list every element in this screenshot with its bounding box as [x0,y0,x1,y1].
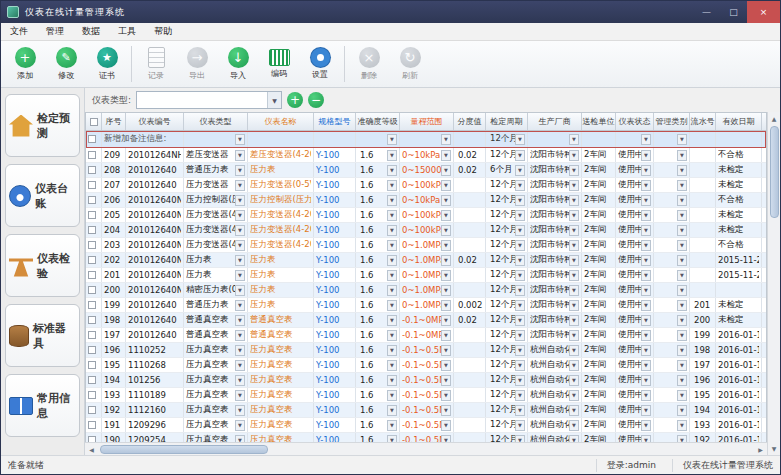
cell-range[interactable]: -0.1~0.5MPa▼ [400,403,454,417]
chevron-down-icon[interactable]: ▼ [515,435,525,443]
cell-name[interactable]: 压力变送器(4-20mA) [248,238,314,252]
chevron-down-icon[interactable]: ▼ [387,240,397,251]
cell-code[interactable]: 1110252 [126,343,184,357]
chevron-down-icon[interactable]: ▼ [441,134,451,145]
chevron-down-icon[interactable]: ▼ [235,390,245,401]
chevron-down-icon[interactable]: ▼ [441,270,451,281]
cell-seq[interactable]: 201 [102,268,126,282]
chevron-down-icon[interactable]: ▼ [677,225,687,236]
chevron-down-icon[interactable]: ▼ [387,375,397,386]
cell-category[interactable]: ▼ [654,358,690,372]
cell-accuracy[interactable]: 1.6▼ [356,343,400,357]
cell-manufacturer[interactable]: 沈阳市特种仪表厂▼ [528,148,582,162]
chevron-down-icon[interactable]: ▼ [235,195,245,206]
chevron-down-icon[interactable]: ▼ [387,285,397,296]
chevron-down-icon[interactable]: ▼ [235,375,245,386]
cell-type[interactable]: 压力控制器(压力开关)▼ [184,193,248,207]
cell-seq[interactable]: 197 [102,328,126,342]
cell-valid[interactable] [716,283,762,297]
cell-code[interactable]: 201012640NHhfhy [126,238,184,252]
table-row[interactable]: 1921112160压力真空表▼压力真空表Y-1001.6▼-0.1~0.5MP… [86,403,766,418]
menu-file[interactable]: 文件 [1,23,37,40]
cell-check[interactable] [86,283,102,297]
table-row[interactable]: 204201012640NHhfhy压力变送器(4-20mA)▼压力变送器(4-… [86,223,766,238]
chevron-down-icon[interactable]: ▼ [677,345,687,356]
cell-seq[interactable]: 204 [102,223,126,237]
chevron-down-icon[interactable]: ▼ [515,330,525,341]
column-header-seq[interactable]: 序号 [102,113,126,130]
cell-check[interactable] [86,343,102,357]
chevron-down-icon[interactable]: ▼ [641,225,651,236]
row-checkbox[interactable] [88,331,96,339]
cell-code[interactable]: 201012640NHhfhy [126,253,184,267]
horizontal-scrollbar[interactable]: ◀ ▶ [85,442,767,455]
chevron-down-icon[interactable]: ▼ [441,345,451,356]
cell-serial[interactable] [690,208,716,222]
cell-type[interactable]: 压力表▼ [184,253,248,267]
cell-model[interactable]: Y-100 [314,268,356,282]
cell-range[interactable]: 0~15000Pa▼ [400,163,454,177]
cell-check[interactable] [86,388,102,402]
chevron-down-icon[interactable]: ▼ [441,420,451,431]
cell-type[interactable]: 普通真空表▼ [184,313,248,327]
cell-range[interactable]: 0~10kPa▼ [400,148,454,162]
cell-type[interactable]: 差压变送器▼ [184,148,248,162]
cell-serial[interactable] [690,178,716,192]
chevron-down-icon[interactable]: ▼ [515,420,525,431]
cell-unit[interactable]: 2车间 [582,418,616,432]
cell-seq[interactable]: 193 [102,388,126,402]
chevron-down-icon[interactable]: ▼ [641,420,651,431]
cell-unit[interactable]: 2车间 [582,178,616,192]
chevron-down-icon[interactable]: ▼ [569,315,579,326]
scroll-left-icon[interactable]: ◀ [85,443,98,456]
cell-valid[interactable] [716,131,762,147]
chevron-down-icon[interactable]: ▼ [677,300,687,311]
cell-manufacturer[interactable]: 沈阳市特种仪表厂▼ [528,208,582,222]
column-header-name[interactable]: 仪表名称 [248,113,314,130]
chevron-down-icon[interactable]: ▼ [387,225,397,236]
cell-type[interactable]: 压力真空表▼ [184,358,248,372]
row-checkbox[interactable] [88,226,96,234]
add-button[interactable]: + 添加 [5,43,45,86]
cell-check[interactable] [86,148,102,162]
column-header-division[interactable]: 分度值 [454,113,486,130]
filter-remove-button[interactable]: − [308,92,324,108]
chevron-down-icon[interactable]: ▼ [235,210,245,221]
edit-button[interactable]: ✎ 修改 [46,43,86,86]
cell-serial[interactable]: 196 [690,373,716,387]
cell-division[interactable] [454,208,486,222]
chevron-down-icon[interactable]: ▼ [441,405,451,416]
chevron-down-icon[interactable]: ▼ [235,240,245,251]
cell-category[interactable]: ▼ [654,131,690,147]
cell-accuracy[interactable]: 1.6▼ [356,388,400,402]
cell-division[interactable] [454,358,486,372]
cell-valid[interactable]: 未检定 [716,298,762,312]
cell-valid[interactable]: 不合格 [716,238,762,252]
table-row[interactable]: 198201012640普通真空表▼普通真空表Y-1001.6▼-0.1~0MP… [86,313,766,328]
cell-range[interactable]: -0.1~0.5MPa▼ [400,358,454,372]
cell-check[interactable] [86,373,102,387]
cell-code[interactable]: 101256 [126,373,184,387]
cell-name[interactable]: 普通真空表 [248,313,314,327]
cell-division[interactable]: 0.02 [454,148,486,162]
cell-type[interactable]: 普通压力表▼ [184,163,248,177]
cell-status[interactable]: 使用中▼ [616,433,654,442]
chevron-down-icon[interactable]: ▼ [677,270,687,281]
cell-status[interactable]: 使用中▼ [616,208,654,222]
table-row[interactable]: 1901209254压力真空表▼压力真空表Y-1001.6▼-0.1~0.5MP… [86,433,766,442]
cell-model[interactable]: Y-100 [314,238,356,252]
cell-division[interactable] [454,343,486,357]
cell-category[interactable]: ▼ [654,313,690,327]
cell-manufacturer[interactable]: 沈阳市特种仪表厂▼ [528,223,582,237]
scroll-right-icon[interactable]: ▶ [754,443,767,456]
cell-unit[interactable]: 2车间 [582,193,616,207]
cell-serial[interactable] [690,283,716,297]
cell-check[interactable] [86,193,102,207]
chevron-down-icon[interactable]: ▼ [235,345,245,356]
chevron-down-icon[interactable]: ▼ [515,315,525,326]
sidebar-item-instrument-ledger[interactable]: 仪表台账 [5,164,80,227]
cell-seq[interactable]: 199 [102,298,126,312]
chevron-down-icon[interactable]: ▼ [641,405,651,416]
cell-serial[interactable]: 197 [690,358,716,372]
cell-unit[interactable]: 2车间 [582,313,616,327]
